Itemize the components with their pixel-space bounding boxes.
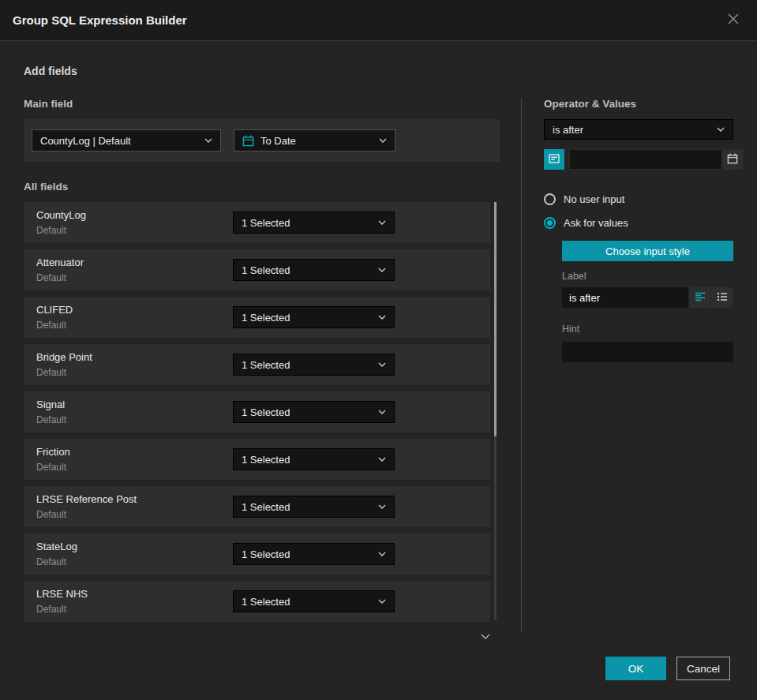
field-count-select[interactable]: 1 Selected [233, 543, 395, 565]
chevron-down-icon [378, 457, 386, 462]
field-default-label: Default [36, 556, 233, 567]
field-mode-button[interactable] [544, 149, 564, 170]
field-info: LRSE NHS Default [36, 588, 233, 615]
value-input-wrap [569, 149, 743, 170]
radio-label: No user input [564, 193, 624, 205]
field-info: StateLog Default [36, 541, 233, 567]
chevron-down-icon [378, 552, 386, 556]
field-row: StateLog Default 1 Selected [24, 533, 490, 575]
group-sql-expression-builder-dialog: Group SQL Expression Builder Add fields … [0, 0, 757, 700]
main-field-select[interactable]: CountyLog | Default [32, 129, 221, 152]
chevron-down-icon [378, 268, 386, 272]
dialog-header: Group SQL Expression Builder [0, 0, 757, 41]
field-row: LRSE NHS Default 1 Selected [24, 581, 490, 622]
field-count-select[interactable]: 1 Selected [233, 590, 395, 612]
field-row: Friction Default 1 Selected [24, 439, 490, 480]
chevron-down-icon [717, 127, 725, 132]
list-icon [717, 292, 728, 304]
list-scrollbar[interactable] [494, 202, 497, 620]
field-info: LRSE Reference Post Default [36, 493, 233, 520]
field-row: LRSE Reference Post Default 1 Selected [24, 486, 490, 527]
close-button[interactable] [722, 9, 744, 32]
radio-label: Ask for values [564, 217, 628, 229]
field-default-label: Default [36, 320, 233, 331]
label-label: Label [562, 271, 733, 282]
field-default-label: Default [36, 225, 233, 236]
cancel-button[interactable]: Cancel [676, 657, 730, 680]
radio-icon [544, 193, 556, 205]
column-divider [521, 98, 522, 633]
field-count-select[interactable]: 1 Selected [233, 306, 395, 328]
calendar-icon [242, 135, 254, 147]
hint-label: Hint [562, 324, 733, 335]
field-name: Signal [36, 399, 233, 410]
dialog-body: Add fields Main field CountyLog | Defaul… [0, 65, 757, 633]
label-input[interactable] [562, 287, 688, 308]
field-default-label: Default [36, 272, 233, 283]
scrollbar-thumb[interactable] [494, 202, 497, 436]
chevron-down-icon [378, 504, 386, 509]
field-row: CLIFED Default 1 Selected [24, 297, 490, 338]
scroll-down-icon[interactable] [481, 634, 490, 639]
field-count-select[interactable]: 1 Selected [233, 259, 395, 281]
field-default-label: Default [36, 414, 233, 425]
chevron-down-icon [378, 220, 386, 225]
field-default-label: Default [36, 604, 233, 615]
date-picker-button[interactable] [722, 149, 743, 170]
single-line-toggle-button[interactable] [689, 287, 710, 308]
close-icon [727, 13, 740, 28]
field-count-select[interactable]: 1 Selected [233, 354, 395, 376]
radio-selected-icon [544, 217, 556, 229]
field-name: Friction [36, 446, 233, 458]
field-name: CountyLog [36, 209, 233, 221]
field-info: CLIFED Default [36, 304, 233, 331]
value-input[interactable] [569, 149, 722, 170]
main-field-label: Main field [24, 98, 500, 110]
field-name: Bridge Point [36, 351, 233, 363]
ok-button[interactable]: OK [605, 657, 666, 680]
field-info: Friction Default [36, 446, 233, 473]
field-name: LRSE Reference Post [36, 493, 233, 505]
main-field-panel: CountyLog | Default To Date [24, 119, 500, 162]
field-default-label: Default [36, 367, 233, 378]
field-count-select[interactable]: 1 Selected [233, 496, 395, 518]
chevron-down-icon [378, 315, 386, 320]
chevron-down-icon [378, 410, 386, 414]
field-row: Signal Default 1 Selected [24, 391, 490, 432]
radio-ask-for-values[interactable]: Ask for values [544, 217, 733, 229]
field-name: Attenuator [36, 256, 233, 268]
add-fields-title: Add fields [24, 65, 733, 77]
ask-for-values-options: Choose input style Label [562, 241, 733, 362]
field-row: CountyLog Default 1 Selected [24, 202, 490, 243]
field-count-select[interactable]: 1 Selected [233, 448, 395, 470]
field-row: Bridge Point Default 1 Selected [24, 344, 490, 385]
all-fields-label: All fields [24, 181, 500, 193]
choose-input-style-button[interactable]: Choose input style [562, 241, 733, 261]
chevron-down-icon [379, 138, 387, 143]
date-field-select[interactable]: To Date [234, 129, 395, 152]
hint-input[interactable] [562, 342, 733, 362]
columns: Main field CountyLog | Default To Date [24, 98, 733, 633]
radio-no-user-input[interactable]: No user input [544, 193, 733, 205]
field-default-label: Default [36, 462, 233, 473]
align-left-icon [695, 292, 706, 304]
input-field-icon [549, 154, 560, 166]
field-name: LRSE NHS [36, 588, 233, 600]
field-info: Bridge Point Default [36, 351, 233, 378]
date-field-select-value: To Date [260, 135, 296, 147]
chevron-down-icon [378, 599, 386, 604]
dialog-title: Group SQL Expression Builder [13, 13, 187, 27]
operator-select[interactable]: is after [544, 119, 733, 140]
field-row: Attenuator Default 1 Selected [24, 249, 490, 290]
field-name: StateLog [36, 541, 233, 552]
operator-select-value: is after [553, 124, 583, 136]
field-info: Signal Default [36, 399, 233, 425]
chevron-down-icon [204, 138, 212, 143]
list-toggle-button[interactable] [711, 287, 733, 308]
field-info: Attenuator Default [36, 256, 233, 283]
field-count-select[interactable]: 1 Selected [233, 401, 395, 423]
main-field-select-value: CountyLog | Default [40, 135, 131, 147]
all-fields-list: CountyLog Default 1 Selected Attenuator … [24, 202, 500, 633]
chevron-down-icon [378, 362, 386, 367]
field-count-select[interactable]: 1 Selected [233, 211, 395, 234]
